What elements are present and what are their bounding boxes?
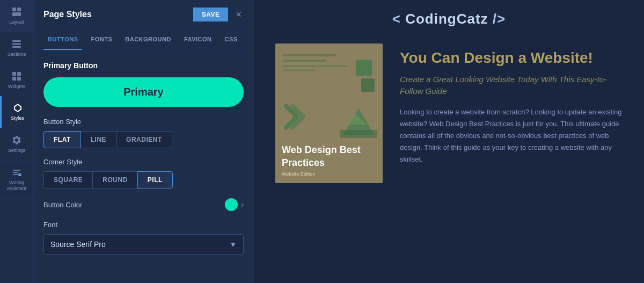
corner-style-group: SQUARE ROUND PILL (43, 171, 244, 188)
button-style-flat[interactable]: FLAT (43, 131, 81, 148)
hero-body: Looking to create a website from scratch… (400, 106, 623, 165)
book-squares-svg (345, 60, 377, 113)
svg-rect-9 (17, 77, 21, 81)
hero-section: Web Design Best Practices Website Editio… (254, 33, 644, 194)
sidebar-item-styles-label: Styles (11, 115, 24, 121)
save-button[interactable]: SAVE (193, 8, 229, 21)
icon-sidebar: Layout Sections Widgets Styles Settings (0, 0, 34, 283)
book-arrows-svg (281, 95, 308, 138)
layout-icon (11, 6, 22, 17)
font-selected-value: Source Serif Pro (50, 240, 106, 249)
hero-text: You Can Design a Website! Create a Great… (400, 43, 623, 165)
sidebar-item-sections-label: Sections (8, 52, 26, 57)
brand-name: < CodingCatz /> (392, 11, 506, 27)
color-control[interactable]: › (225, 198, 244, 211)
svg-rect-8 (12, 77, 16, 81)
svg-rect-0 (12, 8, 16, 11)
sidebar-item-widgets[interactable]: Widgets (0, 64, 33, 97)
tab-css[interactable]: CSS (221, 30, 242, 50)
hero-subheading: Create a Great Looking Website Today Wit… (400, 74, 623, 98)
styles-icon (12, 103, 23, 113)
panel-content: Primary Button Primary Button Style FLAT… (34, 50, 253, 283)
tab-favicon[interactable]: FAVICON (180, 30, 216, 50)
svg-rect-11 (13, 172, 18, 173)
sidebar-item-styles[interactable]: Styles (0, 96, 33, 128)
tab-background[interactable]: BACKGROUND (121, 30, 175, 50)
font-dropdown-arrow: ▼ (229, 240, 237, 249)
sidebar-item-widgets-label: Widgets (8, 84, 26, 90)
book-arrow-deco (281, 95, 308, 140)
svg-rect-19 (356, 60, 372, 76)
page-styles-panel: Page Styles SAVE × BUTTONS FONTS BACKGRO… (34, 0, 254, 283)
corner-style-label: Corner Style (43, 158, 244, 166)
svg-rect-10 (13, 170, 20, 171)
panel-header: Page Styles SAVE × (34, 0, 253, 30)
button-style-label: Button Style (43, 118, 244, 126)
corner-style-square[interactable]: SQUARE (43, 171, 93, 188)
font-label: Font (43, 221, 244, 229)
widgets-icon (11, 71, 22, 82)
button-style-group: FLAT LINE GRADIENT (43, 131, 244, 148)
primary-button-preview[interactable]: Primary (43, 77, 244, 107)
book-title: Web Design Best Practices (282, 144, 376, 169)
svg-rect-3 (12, 40, 21, 42)
button-style-line[interactable]: LINE (80, 131, 116, 148)
settings-icon (11, 135, 22, 146)
sidebar-item-layout[interactable]: Layout (0, 0, 33, 32)
svg-rect-6 (12, 72, 16, 76)
close-button[interactable]: × (233, 10, 244, 19)
svg-rect-7 (17, 72, 21, 76)
brand-header: < CodingCatz /> (392, 0, 506, 33)
svg-rect-5 (12, 46, 21, 48)
tab-fonts[interactable]: FONTS (86, 30, 116, 50)
svg-rect-23 (340, 130, 377, 138)
svg-rect-1 (17, 8, 21, 11)
sidebar-item-layout-label: Layout (9, 19, 24, 25)
writing-icon: ✦ (11, 167, 22, 178)
corner-style-round[interactable]: ROUND (92, 171, 138, 188)
color-dot[interactable] (225, 198, 238, 211)
sidebar-item-writing-label: Writing Assistant (7, 180, 27, 192)
primary-button-section-title: Primary Button (43, 61, 244, 70)
button-color-row: Button Color › (43, 198, 244, 211)
book-cover: Web Design Best Practices Website Editio… (275, 43, 383, 183)
svg-text:✦: ✦ (19, 173, 21, 177)
svg-rect-20 (361, 78, 375, 92)
book-mountain-deco (340, 106, 377, 140)
color-expand-arrow[interactable]: › (241, 200, 244, 209)
button-color-label: Button Color (43, 201, 82, 209)
sections-icon (11, 39, 22, 49)
font-select[interactable]: Source Serif Pro ▼ (43, 234, 244, 255)
sidebar-item-sections[interactable]: Sections (0, 32, 33, 64)
panel-title: Page Styles (43, 10, 92, 19)
sidebar-item-settings[interactable]: Settings (0, 128, 33, 161)
button-style-gradient[interactable]: GRADIENT (116, 131, 172, 148)
book-subtitle: Website Edition (282, 171, 376, 177)
hero-heading: You Can Design a Website! (400, 49, 623, 67)
main-content: < CodingCatz /> (254, 0, 644, 283)
svg-rect-4 (12, 43, 21, 45)
book-mountain-svg (340, 106, 377, 138)
tab-buttons[interactable]: BUTTONS (43, 30, 82, 50)
corner-style-pill[interactable]: PILL (137, 171, 173, 188)
sidebar-item-settings-label: Settings (8, 148, 26, 154)
sidebar-item-writing-assistant[interactable]: ✦ Writing Assistant (0, 161, 33, 199)
svg-rect-2 (12, 12, 21, 16)
panel-tabs: BUTTONS FONTS BACKGROUND FAVICON CSS (34, 30, 253, 50)
